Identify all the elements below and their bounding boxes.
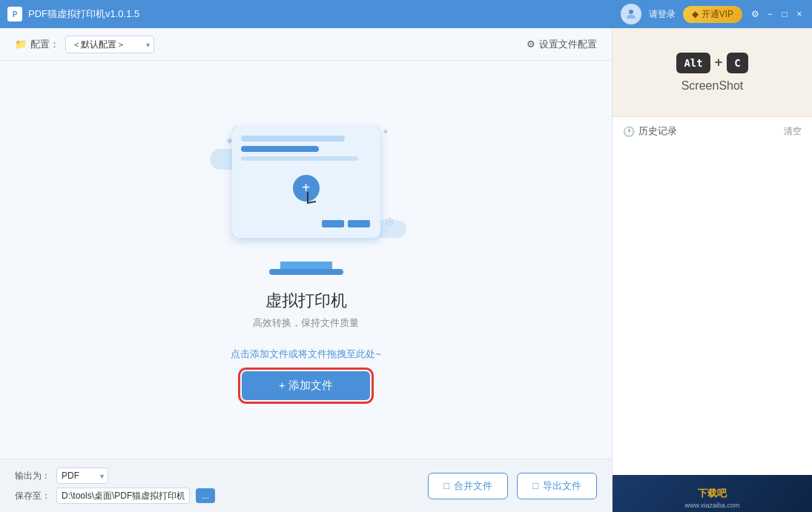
left-panel: 📁 配置： ＜默认配置＞ ▾ ⚙ 设置文件配置 ✦: [0, 28, 612, 512]
app-main-title: 虚拟打印机: [265, 290, 347, 312]
browse-button[interactable]: ...: [196, 488, 215, 503]
svg-point-0: [629, 10, 633, 14]
login-button[interactable]: 请登录: [649, 8, 676, 21]
bar2: [241, 146, 320, 152]
bottom-right: □ 合并文件 □ 导出文件: [428, 473, 597, 499]
merge-icon: □: [443, 480, 449, 491]
title-bar-right: 请登录 ◆ 开通VIP ⚙ − □ ×: [621, 4, 805, 24]
bar1: [241, 136, 346, 142]
illustration: ✦ ✦ ❄ +: [202, 119, 410, 275]
minimize-button[interactable]: −: [765, 9, 775, 19]
main-wrapper: 📁 配置： ＜默认配置＞ ▾ ⚙ 设置文件配置 ✦: [0, 28, 812, 512]
maximize-button[interactable]: □: [779, 9, 790, 19]
save-path-input[interactable]: [56, 488, 190, 504]
merge-file-button[interactable]: □ 合并文件: [428, 473, 508, 499]
history-header: 🕐 历史记录 清空: [623, 124, 802, 138]
user-avatar-icon[interactable]: [621, 4, 641, 24]
screenshot-banner: Alt + C ScreenShot: [613, 28, 812, 117]
history-section: 🕐 历史记录 清空: [613, 117, 812, 475]
close-button[interactable]: ×: [794, 9, 805, 19]
drop-area[interactable]: ✦ ✦ ❄ +: [0, 61, 612, 459]
plus-sign: +: [715, 55, 723, 70]
screenshot-label: ScreenShot: [681, 79, 744, 93]
bottom-left: 输出为： PDF ▾ 保存至： ...: [15, 468, 215, 504]
settings-file-config[interactable]: ⚙ 设置文件配置: [527, 38, 597, 51]
bottom-bar: 输出为： PDF ▾ 保存至： ... □ 合并文: [0, 459, 612, 512]
shortcut-display: Alt + C: [676, 53, 747, 73]
app-subtitle: 高效转换，保持文件质量: [253, 316, 359, 330]
plus-icon-illustration: +: [293, 175, 320, 202]
monitor-base: [269, 269, 343, 275]
app-icon: P: [7, 7, 22, 21]
watermark-brand: 下载吧: [698, 487, 727, 500]
export-file-button[interactable]: □ 导出文件: [517, 473, 597, 499]
clock-icon: 🕐: [623, 126, 635, 137]
window-controls: ⚙ − □ ×: [750, 9, 805, 19]
cursor-illustration: [307, 190, 316, 204]
add-file-button[interactable]: + 添加文件: [242, 371, 370, 400]
monitor-illustration: +: [232, 127, 380, 238]
vip-button[interactable]: ◆ 开通VIP: [683, 6, 742, 23]
drop-hint-text: 点击添加文件或将文件拖拽至此处~: [231, 348, 381, 361]
output-format-select[interactable]: PDF: [56, 468, 108, 484]
config-select-wrapper: ＜默认配置＞ ▾: [65, 36, 154, 53]
gear-icon: ⚙: [527, 39, 535, 50]
c-key-badge: C: [727, 53, 747, 73]
clear-history-button[interactable]: 清空: [784, 125, 802, 138]
btn1-illustration: [322, 220, 344, 227]
snow-decoration: ❄: [384, 214, 395, 230]
config-left: 📁 配置： ＜默认配置＞ ▾: [15, 36, 154, 53]
output-select-wrapper: PDF ▾: [56, 468, 108, 484]
save-label: 保存至：: [15, 490, 50, 502]
right-panel: Alt + C ScreenShot 🕐 历史记录 清空 下载吧 www.xia…: [612, 28, 812, 512]
app-title: PDF猫虚拟打印机v1.0.1.5: [28, 7, 139, 21]
buttons-illustration: [322, 220, 370, 227]
output-row: 输出为： PDF ▾: [15, 468, 215, 484]
settings-window-button[interactable]: ⚙: [750, 9, 760, 19]
star-tr-decoration: ✦: [382, 127, 389, 137]
diamond-icon: ◆: [692, 9, 699, 19]
title-bar-left: P PDF猫虚拟打印机v1.0.1.5: [7, 7, 139, 21]
watermark-area: 下载吧 www.xiazaiba.com: [613, 475, 812, 512]
alt-key-badge: Alt: [676, 53, 710, 73]
screen-illustration: +: [232, 127, 380, 238]
config-bar: 📁 配置： ＜默认配置＞ ▾ ⚙ 设置文件配置: [0, 28, 612, 61]
history-title: 🕐 历史记录: [623, 124, 677, 138]
config-select[interactable]: ＜默认配置＞: [65, 36, 154, 53]
bar3: [241, 156, 358, 161]
folder-icon: 📁: [15, 39, 27, 50]
output-label: 输出为：: [15, 470, 50, 482]
btn2-illustration: [348, 220, 370, 227]
title-bar: P PDF猫虚拟打印机v1.0.1.5 请登录 ◆ 开通VIP ⚙ − □ ×: [0, 0, 812, 28]
watermark-url: www.xiazaiba.com: [684, 502, 739, 509]
export-icon: □: [532, 480, 538, 491]
config-label: 📁 配置：: [15, 38, 59, 51]
save-row: 保存至： ...: [15, 488, 215, 504]
